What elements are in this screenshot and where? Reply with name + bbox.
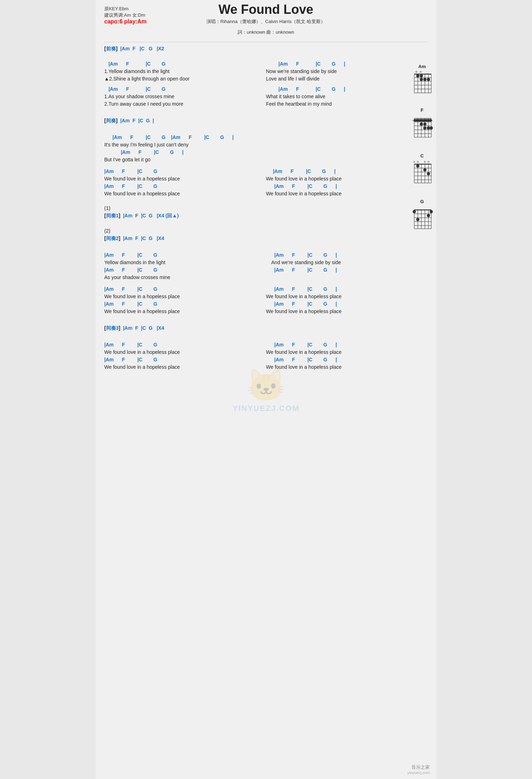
lyric-line: Feel the heartbeat in my mind [266, 100, 428, 108]
interlude2-chords: |Am F |C G |X4 [122, 235, 164, 241]
svg-text:o: o [420, 70, 421, 73]
lyric-line: We found love in a hopeless place [266, 349, 428, 356]
svg-point-57 [423, 168, 427, 172]
am-grid: o o [411, 70, 433, 94]
lyric-line: It's the way I'm feeling I just can't de… [104, 141, 428, 149]
interlude1-label: [间奏1] [104, 213, 122, 218]
svg-point-14 [416, 74, 420, 78]
lyric-line: We found love in a hopeless place [104, 363, 266, 371]
watermark: 🐱 YINYUEZJ.COM [232, 366, 299, 413]
chorus-intro-section: |Am F |C G |Am F |C G | It's the way I'm… [104, 134, 428, 163]
intro-chords: |Am F |C G |X2 [119, 46, 164, 51]
interlude3-chords: |Am F |C G |X4 [122, 325, 164, 331]
interlude1-section: [间奏1] |Am F |C G |X4 (回▲) [104, 212, 428, 219]
chord-line: |Am F |C G [104, 300, 266, 308]
svg-point-56 [416, 165, 420, 168]
lyric-line: We found love in a hopeless place [104, 175, 266, 183]
f-name: F [421, 107, 423, 113]
g-grid: 3 [411, 205, 433, 231]
svg-point-15 [420, 74, 423, 78]
g-diagram: G 3 [411, 199, 433, 231]
lyric-line: And we're standing side by side [266, 259, 428, 266]
lyric-line: What it takes to come alive [266, 93, 428, 100]
lyric-line: But I've gotta let it go [104, 156, 428, 163]
chord-line: |Am F |C G [104, 341, 266, 349]
lyric-line: We found love in a hopeless place [266, 190, 428, 197]
chord-line: |Am F |C G | [266, 266, 428, 274]
interlude-label: [间奏] [104, 118, 119, 123]
svg-point-38 [430, 127, 433, 130]
chord-line: |Am F |C G | [266, 183, 428, 190]
am-diagram: Am o o [411, 64, 433, 94]
intro-label: [前奏] [104, 46, 119, 51]
g-name: G [420, 199, 424, 204]
svg-point-18 [427, 78, 430, 81]
lyric-line: We found love in a hopeless place [104, 349, 266, 356]
footer-url: yinyuezj.com [407, 770, 430, 775]
svg-point-35 [423, 123, 427, 126]
interlude-section: [间奏] |Am F |C G | [104, 117, 428, 124]
chorus1-section: |Am F |C G |Am F |C G | We found love in… [104, 168, 428, 197]
interlude3-section: [间奏3] |Am F |C G |X4 [104, 324, 428, 332]
svg-point-37 [427, 127, 430, 130]
svg-text:x: x [412, 119, 414, 122]
c-diagram: C x o o o [411, 153, 433, 185]
lyric-line: 1.As your shadow crosses mine [104, 93, 266, 100]
lyric-line: 2.Turn away cause I need you more [104, 100, 266, 108]
chord-line: |Am F |C G [104, 85, 266, 93]
lyric-line: As your shadow crosses mine [104, 274, 266, 281]
interlude2-label: [间奏2] [104, 235, 122, 241]
svg-point-75 [416, 218, 420, 221]
lyric-line: We found love in a hopeless place [104, 308, 266, 315]
am-name: Am [419, 64, 426, 69]
performer: 演唱：Rihanna（蕾哈娜）、Calvin Harris（凯文·哈里斯） [146, 18, 385, 26]
chord-line: |Am F |C G | [266, 168, 428, 175]
repeat-note-2: (2) [104, 227, 428, 235]
song-title: We Found Love [146, 2, 385, 17]
chord-line: |Am F |C G [104, 251, 266, 259]
lyric-line: We found love in a hopeless place [266, 293, 428, 300]
svg-text:x: x [414, 160, 415, 163]
c-grid: x o o o [411, 159, 433, 185]
suggested-key: 建议男调:Am 女:Dm [104, 12, 146, 18]
lyric-line: We found love in a hopeless place [266, 175, 428, 183]
chord-line: |Am F |C G | [266, 285, 428, 293]
svg-point-17 [423, 78, 427, 81]
lyric-line: Now we're standing side by side [266, 68, 428, 75]
interlude2-section: [间奏2] |Am F |C G |X4 [104, 235, 428, 242]
chorus3-section: |Am F |C G |Am F |C G | We found love in… [104, 341, 428, 371]
interlude-chords: |Am F |C G | [119, 118, 154, 123]
chord-diagrams: Am o o [411, 64, 433, 234]
chord-line: |Am F |C G | [266, 341, 428, 349]
chord-line: |Am F |C G | [104, 149, 428, 156]
svg-point-74 [427, 214, 430, 217]
chord-line: |Am F |C G |Am F |C G | [104, 134, 428, 141]
interlude3-label: [间奏3] [104, 325, 122, 331]
footer-logo: 音乐之家 [407, 764, 430, 770]
lyric-line: We found love in a hopeless place [266, 363, 428, 371]
chord-line: |Am F |C G | [266, 85, 428, 93]
original-key: 原KEY:Ebm [104, 6, 146, 12]
chord-line: |Am F |C G [104, 60, 266, 68]
chorus2-section: |Am F |C G |Am F |C G | We found love in… [104, 285, 428, 315]
chord-line: |Am F |C G [104, 168, 266, 175]
chord-line: |Am F |C G [104, 266, 266, 274]
song-page: 原KEY:Ebm 建议男调:Am 女:Dm capo:6 play:Am We … [96, 0, 436, 779]
chord-line: |Am F |C G | [266, 300, 428, 308]
f-grid: x x [411, 113, 433, 140]
interlude1-chords: |Am F |C G |X4 (回▲) [122, 213, 179, 218]
repeat-note-1: (1) [104, 205, 428, 212]
lyric-line: We found love in a hopeless place [104, 190, 266, 197]
svg-text:o: o [417, 160, 419, 163]
credits: 詞：unknown 曲：unknown [146, 28, 385, 36]
chord-line: |Am F |C G | [266, 251, 428, 259]
c-name: C [420, 153, 423, 158]
intro-section: [前奏] |Am F |C G |X2 [104, 45, 428, 52]
chord-line: |Am F |C G [104, 356, 266, 363]
svg-text:o: o [424, 160, 426, 163]
svg-point-72 [413, 210, 416, 213]
chord-line: |Am F |C G | [266, 60, 428, 68]
lyric-line: Love and life I will divide [266, 75, 428, 83]
lyric-line: We found love in a hopeless place [104, 293, 266, 300]
footer-watermark: 音乐之家 yinyuezj.com [407, 764, 430, 775]
